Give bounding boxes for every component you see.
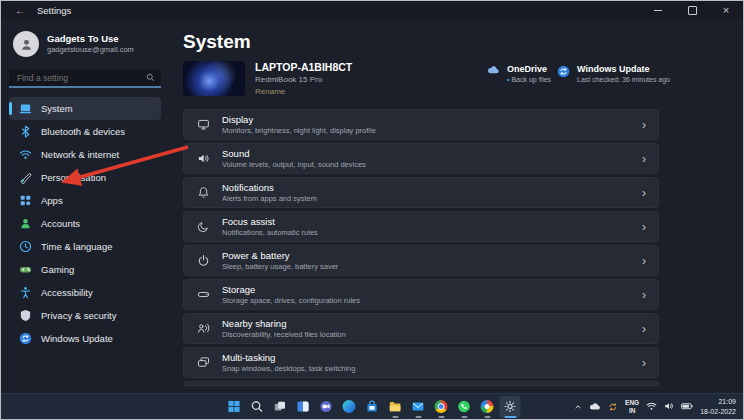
sidebar-item-label: Time & language xyxy=(41,241,112,252)
onedrive-cloud-icon xyxy=(487,65,500,74)
moon-icon xyxy=(184,220,222,233)
paintbrush-icon xyxy=(18,171,32,185)
card-partial[interactable] xyxy=(183,381,659,386)
sidebar-item-time-language[interactable]: Time & language xyxy=(9,235,161,258)
sidebar-item-accessibility[interactable]: Accessibility xyxy=(9,281,161,304)
search-icon xyxy=(251,400,264,413)
mail-icon xyxy=(412,400,425,413)
sidebar-item-windows-update[interactable]: Windows Update xyxy=(9,327,161,350)
window-controls: × xyxy=(641,1,743,19)
sidebar-item-gaming[interactable]: Gaming xyxy=(9,258,161,281)
card-focus-assist[interactable]: Focus assistNotifications, automatic rul… xyxy=(183,211,659,242)
tray-chevron-up-icon[interactable] xyxy=(574,403,582,411)
edge-button[interactable] xyxy=(339,396,360,418)
accounts-person-icon xyxy=(18,217,32,231)
store-icon xyxy=(366,400,379,413)
chat-button[interactable] xyxy=(316,396,337,418)
tray-wifi-icon[interactable] xyxy=(646,402,657,410)
folder-icon xyxy=(389,400,402,413)
chrome-button[interactable] xyxy=(431,396,452,418)
storage-drive-icon xyxy=(184,288,222,301)
sidebar-item-system[interactable]: System xyxy=(9,97,161,120)
search-icon xyxy=(146,73,155,82)
tray-sync-icon[interactable] xyxy=(608,402,618,412)
sidebar-item-accounts[interactable]: Accounts xyxy=(9,212,161,235)
tray-battery-icon[interactable] xyxy=(681,403,693,409)
update-icon xyxy=(557,65,570,78)
widgets-button[interactable] xyxy=(293,396,314,418)
device-thumbnail xyxy=(183,61,245,96)
chat-icon xyxy=(320,400,333,413)
chevron-right-icon: › xyxy=(642,153,658,165)
card-notifications[interactable]: NotificationsAlerts from apps and system… xyxy=(183,177,659,208)
user-email: gadgetstouse@gmail.com xyxy=(47,45,134,55)
whatsapp-button[interactable] xyxy=(454,396,475,418)
bell-icon xyxy=(184,186,222,199)
multitask-windows-icon xyxy=(184,356,222,369)
language-indicator[interactable]: ENGIN xyxy=(625,399,639,414)
sound-icon xyxy=(184,152,222,165)
chevron-right-icon: › xyxy=(642,357,658,369)
apps-grid-icon xyxy=(18,194,32,208)
task-view-button[interactable] xyxy=(270,396,291,418)
nearby-sharing-icon xyxy=(184,322,222,335)
person-icon xyxy=(19,37,34,52)
user-profile: Gadgets To Use gadgetstouse@gmail.com xyxy=(9,31,161,57)
sidebar-item-apps[interactable]: Apps xyxy=(9,189,161,212)
status-dot: • xyxy=(507,76,509,83)
power-icon xyxy=(184,254,222,267)
start-button[interactable] xyxy=(224,396,245,418)
back-button[interactable]: ← xyxy=(9,5,31,16)
shield-icon xyxy=(18,309,32,323)
sidebar-item-network[interactable]: Network & internet xyxy=(9,143,161,166)
sidebar-item-personalisation[interactable]: Personalisation xyxy=(9,166,161,189)
main-panel: System LAPTOP-A1BIH8CT RedmiBook 15 Pro … xyxy=(169,19,743,395)
paint-button[interactable] xyxy=(477,396,498,418)
paint-icon xyxy=(481,400,494,413)
onedrive-title: OneDrive xyxy=(507,64,551,74)
sidebar-item-privacy[interactable]: Privacy & security xyxy=(9,304,161,327)
card-storage[interactable]: StorageStorage space, drives, configurat… xyxy=(183,279,659,310)
tray-volume-icon[interactable] xyxy=(664,402,674,410)
chevron-right-icon: › xyxy=(642,289,658,301)
chrome-icon xyxy=(435,400,448,413)
card-multitasking[interactable]: Multi-taskingSnap windows, desktops, tas… xyxy=(183,347,659,378)
taskbar: ENGIN 21:0918-02-2022 xyxy=(1,393,743,419)
minimize-button[interactable] xyxy=(641,1,675,19)
windows-update-status[interactable]: Windows Update Last checked: 36 minutes … xyxy=(557,64,670,83)
settings-taskbar-button[interactable] xyxy=(500,396,521,418)
windows-update-icon xyxy=(18,332,32,346)
file-explorer-button[interactable] xyxy=(385,396,406,418)
card-power-battery[interactable]: Power & batterySleep, battery usage, bat… xyxy=(183,245,659,276)
search-input[interactable] xyxy=(15,72,146,84)
tray-onedrive-cloud-icon[interactable] xyxy=(589,402,601,411)
wifi-network-icon xyxy=(18,148,32,162)
bluetooth-icon xyxy=(18,125,32,139)
store-button[interactable] xyxy=(362,396,383,418)
card-nearby-sharing[interactable]: Nearby sharingDiscoverability, received … xyxy=(183,313,659,344)
chevron-right-icon: › xyxy=(642,221,658,233)
page-title: System xyxy=(183,31,743,52)
device-model: RedmiBook 15 Pro xyxy=(255,75,352,84)
mail-button[interactable] xyxy=(408,396,429,418)
system-icon xyxy=(18,102,32,116)
onedrive-status[interactable]: OneDrive • Back up files xyxy=(487,64,551,83)
sidebar-item-label: Accessibility xyxy=(41,287,93,298)
windows-logo-icon xyxy=(228,400,241,413)
tray-time: 21:09 xyxy=(718,398,736,405)
maximize-button[interactable] xyxy=(675,1,709,19)
card-sound[interactable]: SoundVolume levels, output, input, sound… xyxy=(183,143,659,174)
sidebar-item-label: Bluetooth & devices xyxy=(41,126,125,137)
clock[interactable]: 21:0918-02-2022 xyxy=(700,397,736,415)
card-display[interactable]: DisplayMonitors, brightness, night light… xyxy=(183,109,659,140)
sidebar-item-bluetooth[interactable]: Bluetooth & devices xyxy=(9,120,161,143)
sidebar-item-label: Gaming xyxy=(41,264,74,275)
close-button[interactable]: × xyxy=(709,1,743,19)
windows-update-title: Windows Update xyxy=(577,64,670,74)
display-icon xyxy=(184,118,222,131)
sidebar-item-label: Privacy & security xyxy=(41,310,117,321)
whatsapp-icon xyxy=(458,400,471,413)
taskbar-search-button[interactable] xyxy=(247,396,268,418)
rename-link[interactable]: Rename xyxy=(255,87,352,96)
window-title: Settings xyxy=(37,5,71,16)
